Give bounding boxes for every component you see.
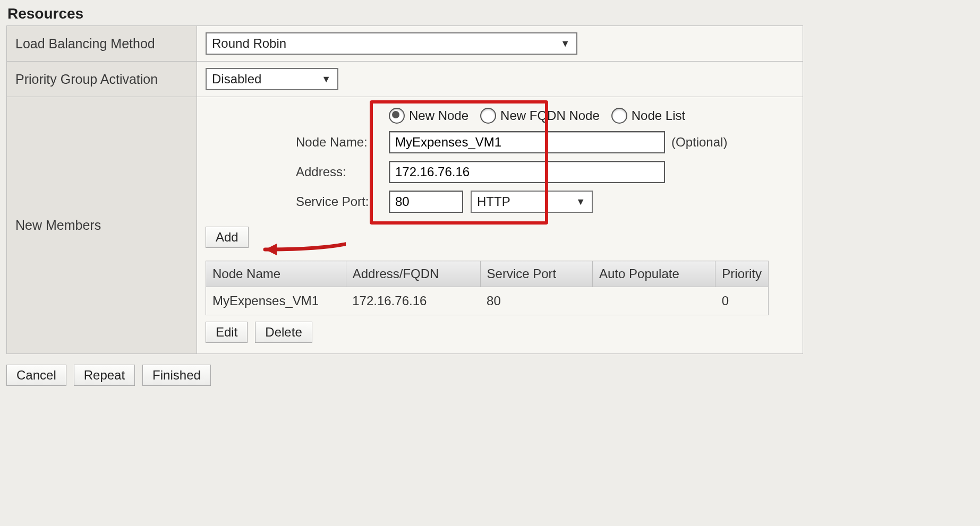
table-row[interactable]: MyExpenses_VM1 172.16.76.16 80 0 [206,287,769,315]
members-table-header-row: Node Name Address/FQDN Service Port Auto… [206,261,769,287]
edit-button[interactable]: Edit [206,322,248,343]
row-address: Address: [296,161,794,183]
chevron-down-icon: ▼ [576,196,585,208]
radio-node-list-label: Node List [632,108,685,123]
finished-button[interactable]: Finished [142,365,211,386]
label-node-name: Node Name: [296,135,389,150]
row-node-name: Node Name: (Optional) [296,131,794,153]
service-port-protocol-select[interactable]: HTTP ▼ [471,191,593,213]
cell-service-port: 80 [480,287,592,315]
radio-new-node-label: New Node [409,108,468,123]
value-priority-group: Disabled ▼ [197,62,803,97]
priority-group-select-value: Disabled [212,72,261,87]
service-port-protocol-value: HTTP [477,194,510,209]
footer-button-row: Cancel Repeat Finished [6,365,974,386]
label-address: Address: [296,165,389,179]
address-input[interactable] [389,161,665,183]
node-type-radio-group: New Node New FQDN Node Node List [389,108,794,124]
value-lb-method: Round Robin ▼ [197,26,803,62]
col-auto-populate: Auto Populate [593,261,715,287]
value-new-members: New Node New FQDN Node Node List Node Na… [197,97,803,354]
service-port-input[interactable] [389,191,463,213]
label-priority-group: Priority Group Activation [7,62,197,97]
col-service-port: Service Port [480,261,592,287]
label-lb-method: Load Balancing Method [7,26,197,62]
lb-method-select-value: Round Robin [212,36,286,51]
row-new-members: New Members New Node New FQDN Node Node … [7,97,803,354]
page: Resources Load Balancing Method Round Ro… [0,5,980,526]
add-row: Add [206,227,794,248]
member-form: New Node New FQDN Node Node List Node Na… [296,108,794,213]
label-service-port: Service Port: [296,194,389,209]
optional-note: (Optional) [671,135,727,150]
resources-form-table: Load Balancing Method Round Robin ▼ Prio… [6,25,803,354]
node-name-input[interactable] [389,131,665,153]
col-priority: Priority [715,261,769,287]
cell-auto-populate [593,287,715,315]
lb-method-select[interactable]: Round Robin ▼ [206,32,577,55]
row-priority-group: Priority Group Activation Disabled ▼ [7,62,803,97]
row-service-port: Service Port: HTTP ▼ [296,191,794,213]
radio-node-list[interactable] [611,108,627,124]
col-node-name: Node Name [206,261,346,287]
radio-new-fqdn-label: New FQDN Node [500,108,600,123]
radio-new-node[interactable] [389,108,405,124]
radio-new-fqdn-node[interactable] [480,108,496,124]
row-lb-method: Load Balancing Method Round Robin ▼ [7,26,803,62]
label-new-members: New Members [7,97,197,354]
section-title: Resources [7,5,974,22]
cell-address: 172.16.76.16 [346,287,480,315]
delete-button[interactable]: Delete [255,322,312,343]
chevron-down-icon: ▼ [321,74,331,85]
cancel-button[interactable]: Cancel [6,365,66,386]
add-button[interactable]: Add [206,227,249,248]
priority-group-select[interactable]: Disabled ▼ [206,68,338,90]
cell-priority: 0 [715,287,769,315]
edit-delete-row: Edit Delete [206,322,794,343]
chevron-down-icon: ▼ [560,38,570,49]
col-address: Address/FQDN [346,261,480,287]
repeat-button[interactable]: Repeat [74,365,135,386]
cell-node-name: MyExpenses_VM1 [206,287,346,315]
members-table: Node Name Address/FQDN Service Port Auto… [206,261,769,315]
